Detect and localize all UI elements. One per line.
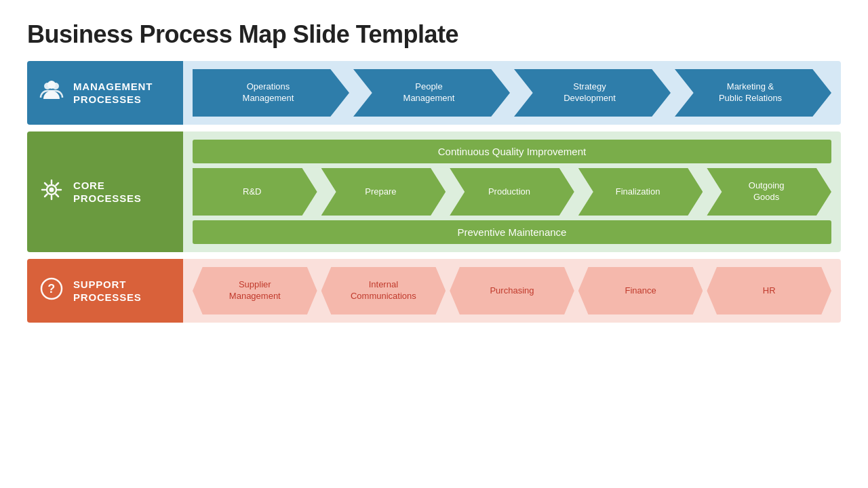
svg-text:?: ? bbox=[47, 282, 56, 296]
management-icon bbox=[39, 79, 64, 108]
management-label-text: MANAGEMENT PROCESSES bbox=[73, 80, 153, 106]
svg-line-9 bbox=[56, 194, 59, 197]
chevron-outgoing: OutgoingGoods bbox=[707, 168, 831, 216]
management-content: OperationsManagement PeopleManagement St… bbox=[183, 61, 841, 125]
core-content: Continuous Quality Improvement R&D Prepa… bbox=[183, 131, 841, 252]
management-row: MANAGEMENT PROCESSES OperationsManagemen… bbox=[27, 61, 841, 125]
chevron-rnd: R&D bbox=[193, 168, 317, 216]
core-top-banner: Continuous Quality Improvement bbox=[193, 140, 831, 163]
chevron-marketing: Marketing &Public Relations bbox=[675, 69, 831, 117]
core-row: CORE PROCESSES Continuous Quality Improv… bbox=[27, 131, 841, 252]
svg-line-10 bbox=[56, 183, 59, 186]
support-content: SupplierManagement InternalCommunication… bbox=[183, 259, 841, 323]
core-label-cell: CORE PROCESSES bbox=[27, 131, 183, 252]
core-label-text: CORE PROCESSES bbox=[73, 179, 142, 205]
support-icon: ? bbox=[39, 277, 64, 306]
svg-line-11 bbox=[45, 194, 47, 197]
core-chevron-row: R&D Prepare Production Finalization Outg… bbox=[193, 168, 831, 216]
chevron-strategy: StrategyDevelopment bbox=[514, 69, 671, 117]
hex-supplier: SupplierManagement bbox=[193, 267, 317, 314]
hex-purchasing: Purchasing bbox=[450, 267, 574, 314]
svg-point-2 bbox=[47, 81, 56, 89]
support-label-text: SUPPORT PROCESSES bbox=[73, 278, 142, 304]
support-hex-row: SupplierManagement InternalCommunication… bbox=[193, 267, 831, 314]
support-row: ? SUPPORT PROCESSES SupplierManagement I… bbox=[27, 259, 841, 323]
chevron-finalization: Finalization bbox=[578, 168, 703, 216]
chevron-production: Production bbox=[450, 168, 574, 216]
core-icon bbox=[39, 178, 64, 207]
hex-internal: InternalCommunications bbox=[321, 267, 446, 314]
management-label-cell: MANAGEMENT PROCESSES bbox=[27, 61, 183, 125]
hex-hr: HR bbox=[707, 267, 831, 314]
support-label-cell: ? SUPPORT PROCESSES bbox=[27, 259, 183, 323]
chevron-prepare: Prepare bbox=[321, 168, 446, 216]
svg-line-8 bbox=[45, 183, 47, 186]
chevron-people: PeopleManagement bbox=[353, 69, 510, 117]
chevron-operations: OperationsManagement bbox=[193, 69, 349, 117]
svg-point-12 bbox=[50, 187, 54, 192]
page-title: Business Process Map Slide Template bbox=[27, 20, 841, 49]
core-bottom-banner: Preventive Maintenance bbox=[193, 220, 831, 244]
hex-finance: Finance bbox=[578, 267, 703, 314]
management-chevron-row: OperationsManagement PeopleManagement St… bbox=[193, 69, 831, 117]
diagram: MANAGEMENT PROCESSES OperationsManagemen… bbox=[27, 61, 841, 323]
